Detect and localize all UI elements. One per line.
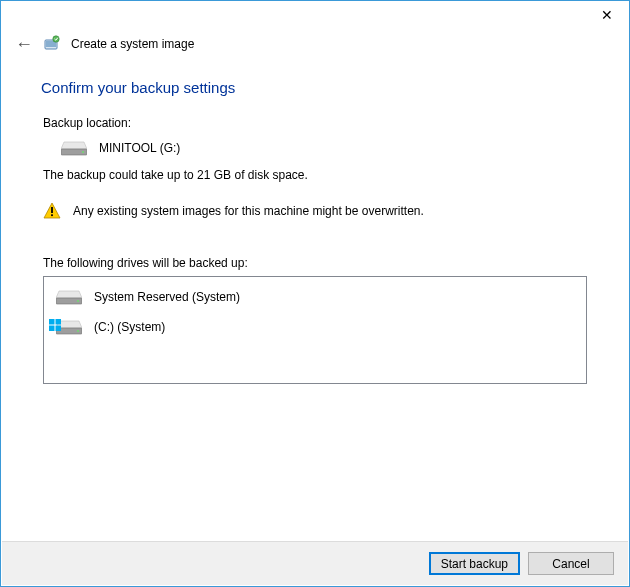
warning-text: Any existing system images for this mach… — [73, 204, 424, 218]
svg-rect-15 — [56, 326, 62, 332]
svg-point-11 — [77, 300, 79, 302]
svg-point-18 — [77, 330, 79, 332]
warning-row: Any existing system images for this mach… — [43, 202, 587, 256]
start-backup-button[interactable]: Start backup — [429, 552, 520, 575]
hard-drive-icon — [61, 140, 87, 156]
page-heading: Confirm your backup settings — [41, 79, 587, 96]
drive-label: System Reserved (System) — [94, 290, 240, 304]
backup-location-row: MINITOOL (G:) — [43, 140, 587, 168]
back-arrow-icon[interactable]: ← — [15, 35, 33, 53]
cancel-button[interactable]: Cancel — [528, 552, 614, 575]
content-area: Confirm your backup settings Backup loca… — [1, 61, 629, 384]
close-icon: ✕ — [601, 7, 613, 23]
svg-rect-12 — [49, 319, 55, 325]
backup-location-label: Backup location: — [43, 116, 587, 130]
close-button[interactable]: ✕ — [584, 1, 629, 29]
svg-point-5 — [82, 151, 84, 153]
svg-rect-8 — [51, 214, 53, 216]
os-drive-icon — [56, 319, 82, 335]
svg-rect-14 — [49, 326, 55, 332]
drives-list: System Reserved (System) (C — [43, 276, 587, 384]
footer: Start backup Cancel — [2, 541, 628, 585]
drive-label: (C:) (System) — [94, 320, 165, 334]
drives-list-label: The following drives will be backed up: — [43, 256, 587, 270]
svg-marker-3 — [61, 142, 87, 149]
svg-rect-7 — [51, 207, 53, 213]
backup-location-value: MINITOOL (G:) — [99, 141, 180, 155]
wizard-header: ← Create a system image — [1, 31, 629, 61]
svg-rect-13 — [56, 319, 62, 325]
warning-icon — [43, 202, 61, 220]
titlebar: ✕ — [1, 1, 629, 31]
svg-point-2 — [53, 36, 59, 42]
size-estimate-text: The backup could take up to 21 GB of dis… — [43, 168, 587, 182]
svg-marker-9 — [56, 291, 82, 298]
list-item: (C:) (System) — [52, 315, 578, 345]
system-image-icon — [43, 35, 61, 53]
list-item: System Reserved (System) — [52, 285, 578, 315]
wizard-title: Create a system image — [71, 37, 194, 51]
hard-drive-icon — [56, 289, 82, 305]
windows-flag-icon — [49, 319, 61, 331]
